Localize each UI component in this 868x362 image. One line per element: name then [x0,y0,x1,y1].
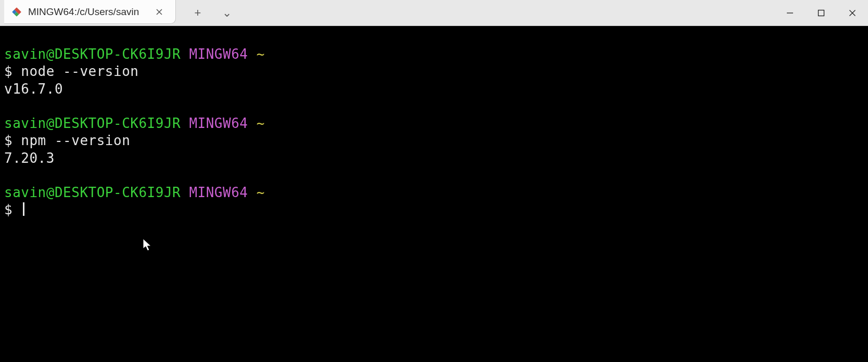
command-output: v16.7.0 [4,81,63,97]
terminal[interactable]: savin@DESKTOP-CK6I9JR MINGW64 ~ $ node -… [0,26,868,362]
command-text: node --version [21,63,138,79]
prompt-symbol: $ [4,202,12,217]
tab-active[interactable]: MINGW64:/c/Users/savin [4,0,176,24]
titlebar: MINGW64:/c/Users/savin + ⌄ [0,0,868,26]
command-line: $ [4,202,24,217]
tab-close-button[interactable] [152,5,166,19]
user-host: savin@DESKTOP-CK6I9JR [4,185,181,200]
minimize-button[interactable] [774,0,806,25]
command-output: 7.20.3 [4,150,55,166]
cwd-path: ~ [257,46,265,62]
command-text: npm --version [21,133,130,148]
text-cursor [23,202,24,216]
git-bash-icon [11,7,22,17]
close-window-button[interactable] [837,0,868,25]
shell-env: MINGW64 [189,115,248,131]
cwd-path: ~ [257,115,265,131]
new-tab-button[interactable]: + [190,6,205,20]
cwd-path: ~ [257,185,265,200]
prompt-symbol: $ [4,133,12,148]
shell-env: MINGW64 [189,46,248,62]
prompt-line: savin@DESKTOP-CK6I9JR MINGW64 ~ [4,46,265,62]
user-host: savin@DESKTOP-CK6I9JR [4,115,181,131]
shell-env: MINGW64 [189,185,248,200]
mouse-pointer-icon [126,221,135,235]
maximize-button[interactable] [806,0,837,25]
command-line: $ npm --version [4,133,130,148]
window-controls [774,0,868,25]
command-line: $ node --version [4,63,138,79]
tab-dropdown-button[interactable]: ⌄ [220,6,234,20]
prompt-line: savin@DESKTOP-CK6I9JR MINGW64 ~ [4,115,265,131]
prompt-symbol: $ [4,63,12,79]
tab-actions: + ⌄ [176,0,234,25]
svg-rect-7 [819,10,824,16]
tab-title: MINGW64:/c/Users/savin [28,6,146,18]
user-host: savin@DESKTOP-CK6I9JR [4,46,181,62]
prompt-line: savin@DESKTOP-CK6I9JR MINGW64 ~ [4,185,265,200]
